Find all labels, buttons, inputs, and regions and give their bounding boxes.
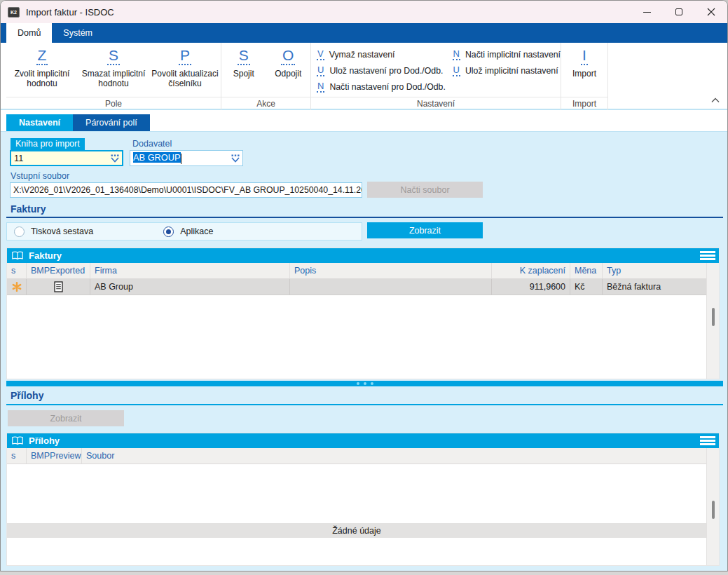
dodavatel-dropdown-icon[interactable] xyxy=(228,154,242,163)
prilohy-grid-titlebar: Přílohy xyxy=(7,433,719,448)
col-header-popis[interactable]: Popis xyxy=(290,263,492,278)
col-header-typ[interactable]: Typ xyxy=(603,263,706,278)
row-cell-mena: Kč xyxy=(570,279,603,295)
dodavatel-combo[interactable]: AB GROUP xyxy=(130,150,243,166)
col-header-bmpexported[interactable]: BMPExported xyxy=(27,263,90,278)
povolit-aktualizaci-button[interactable]: P Povolit aktualizaci číselníku xyxy=(149,43,221,97)
ribbon-collapse-button[interactable] xyxy=(710,94,720,107)
odpojit-label: Odpojit xyxy=(275,69,301,79)
kniha-pro-import-combo[interactable]: 11 xyxy=(10,150,123,166)
ribbon-tab-system[interactable]: Systém xyxy=(52,23,104,43)
col-header-firma[interactable]: Firma xyxy=(90,263,290,278)
zvolit-implicitni-hodnotu-button[interactable]: Z Zvolit implicitní hodnotu xyxy=(6,43,78,97)
col-header-soubor[interactable]: Soubor xyxy=(82,448,706,464)
kniha-pro-import-label: Kniha pro import xyxy=(11,138,85,150)
smazat-label: Smazat implicitní hodnotu xyxy=(78,69,149,88)
col-header-bmppreview[interactable]: BMPPreview xyxy=(27,448,82,464)
open-book-icon xyxy=(11,250,24,261)
faktury-grid-title: Faktury xyxy=(29,250,62,261)
dodavatel-label: Dodavatel xyxy=(132,139,172,149)
spojit-label: Spojit xyxy=(233,69,254,79)
minimize-button[interactable] xyxy=(631,1,663,23)
nacti-nastaveni-dod-odb-button[interactable]: N Načti nastavení pro Dod./Odb. xyxy=(311,80,447,94)
nacti-impl-label: Načti implicitní nastavení xyxy=(465,50,561,60)
tab-parovani-poli[interactable]: Párování polí xyxy=(73,114,150,131)
radio-tiskova-sestava[interactable]: Tisková sestava xyxy=(14,226,93,237)
faktury-scrollbar-thumb[interactable] xyxy=(712,308,715,326)
faktury-source-radio-group: Tisková sestava Aplikace xyxy=(6,222,362,241)
nacti-dod-letter-icon: N xyxy=(317,81,324,93)
window-title: Import faktur - ISDOC xyxy=(26,7,114,18)
odpojit-letter-icon: O xyxy=(281,47,295,65)
radio-off-icon xyxy=(14,226,25,237)
odpojit-button[interactable]: O Odpojit xyxy=(266,43,311,97)
maximize-icon xyxy=(675,8,682,15)
prilohy-grid-scrollbar[interactable] xyxy=(706,448,719,565)
kniha-pro-import-value: 11 xyxy=(11,153,108,163)
no-data-message: Žádné údaje xyxy=(7,523,706,538)
ribbon-group-label-nastaveni: Nastavení xyxy=(311,97,561,110)
page-tab-strip: Nastavení Párování polí xyxy=(1,110,727,131)
vstupni-soubor-input[interactable]: X:\V2026_01\V2026_01_136408\Demo\U0001\I… xyxy=(10,182,362,198)
close-icon xyxy=(707,8,715,16)
faktury-grid-scrollbar[interactable] xyxy=(706,263,719,379)
ribbon-group-label-akce: Akce xyxy=(221,97,310,110)
col-header-k-zaplaceni[interactable]: K zaplacení xyxy=(492,263,570,278)
ribbon-tab-domu[interactable]: Domů xyxy=(6,23,52,43)
uloz-impl-letter-icon: U xyxy=(453,65,460,76)
chevron-up-icon xyxy=(710,97,720,104)
ribbon-tab-band: Domů Systém xyxy=(1,23,727,43)
smazat-implicitni-hodnotu-button[interactable]: S Smazat implicitní hodnotu xyxy=(78,43,149,97)
prilohy-scrollbar-thumb[interactable] xyxy=(712,501,715,519)
ribbon: Z Zvolit implicitní hodnotu S Smazat imp… xyxy=(1,43,727,110)
faktury-grid-menu-icon[interactable] xyxy=(700,251,715,260)
import-button[interactable]: I Import xyxy=(561,43,607,97)
app-icon: K2 xyxy=(8,7,20,18)
uloz-implicitni-nastaveni-button[interactable]: U Ulož implicitní nastavení xyxy=(447,64,561,78)
open-book-icon xyxy=(11,435,24,446)
vymaz-nastaveni-button[interactable]: V Vymaž nastavení xyxy=(311,48,447,62)
faktury-table-row[interactable]: AB Group 911,9600 Kč Běžná faktura xyxy=(7,279,706,295)
import-label: Import xyxy=(572,69,596,79)
row-cell-firma: AB Group xyxy=(90,279,290,295)
radio-aplikace[interactable]: Aplikace xyxy=(163,226,213,237)
radio-aplikace-label: Aplikace xyxy=(180,226,213,236)
nacti-dod-label: Načti nastavení pro Dod./Odb. xyxy=(329,82,445,92)
zvolit-label: Zvolit implicitní hodnotu xyxy=(6,69,78,88)
kniha-dropdown-icon[interactable] xyxy=(108,154,122,163)
col-header-s[interactable]: s xyxy=(7,263,27,278)
uloz-impl-label: Ulož implicitní nastavení xyxy=(465,66,558,76)
povolit-letter-icon: P xyxy=(179,47,191,65)
desktop-edge xyxy=(0,571,728,575)
ribbon-group-label-import: Import xyxy=(561,97,607,110)
close-button[interactable] xyxy=(695,1,727,23)
prilohy-grid-title: Přílohy xyxy=(29,435,60,446)
faktury-grid: Faktury s BMPExported Firma Popis K zapl… xyxy=(6,248,720,379)
faktury-heading: Faktury xyxy=(11,203,46,215)
uloz-dod-letter-icon: U xyxy=(317,65,324,76)
title-bar: K2 Import faktur - ISDOC xyxy=(1,1,727,23)
uloz-nastaveni-dod-odb-button[interactable]: U Ulož nastavení pro Dod./Odb. xyxy=(311,64,447,78)
row-cell-k-zaplaceni: 911,9600 xyxy=(492,279,570,295)
tab-nastaveni[interactable]: Nastavení xyxy=(6,114,73,131)
nacti-implicitni-nastaveni-button[interactable]: N Načti implicitní nastavení xyxy=(447,48,561,62)
col-header-s[interactable]: s xyxy=(7,448,27,464)
document-icon xyxy=(54,281,63,292)
panel-splitter-handle[interactable] xyxy=(6,381,723,386)
settings-panel: Kniha pro import 11 Dodavatel AB GROUP V… xyxy=(1,131,727,571)
prilohy-zobrazit-button[interactable]: Zobrazit xyxy=(8,410,124,426)
col-header-mena[interactable]: Měna xyxy=(570,263,603,278)
faktury-heading-rule xyxy=(6,217,723,218)
radio-tiskova-label: Tisková sestava xyxy=(31,226,93,236)
ribbon-group-pole: Z Zvolit implicitní hodnotu S Smazat imp… xyxy=(6,43,221,110)
radio-on-icon xyxy=(163,226,174,237)
maximize-button[interactable] xyxy=(663,1,695,23)
spojit-letter-icon: S xyxy=(238,47,250,65)
row-cell-popis xyxy=(290,279,492,295)
prilohy-grid-menu-icon[interactable] xyxy=(700,436,715,445)
vymaz-letter-icon: V xyxy=(317,49,324,60)
nacti-impl-letter-icon: N xyxy=(453,49,460,60)
spojit-button[interactable]: S Spojit xyxy=(221,43,266,97)
nacti-soubor-button[interactable]: Načti soubor xyxy=(367,182,483,198)
faktury-zobrazit-button[interactable]: Zobrazit xyxy=(367,222,483,238)
